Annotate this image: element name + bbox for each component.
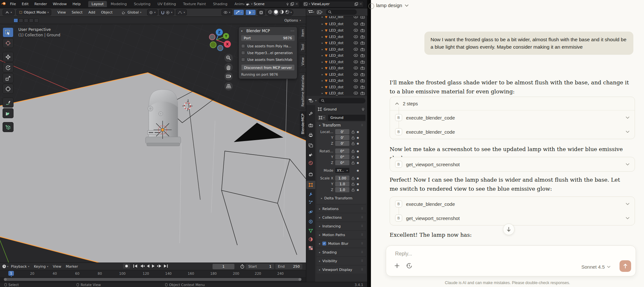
outliner-row[interactable]: ▸▼LED_dot xyxy=(306,27,367,33)
shading-solid-button[interactable] xyxy=(273,9,279,15)
menu-select[interactable]: Select xyxy=(69,10,85,14)
lock-icon[interactable] xyxy=(351,130,355,134)
animate-dot[interactable]: ● xyxy=(357,130,359,133)
workspace-tab-texture-paint[interactable]: Texture Paint xyxy=(180,1,209,7)
tab-tool-icon[interactable] xyxy=(306,110,315,118)
outliner-row[interactable]: ▸▼LED_dot xyxy=(306,52,367,59)
tab-collection-icon[interactable] xyxy=(306,170,315,178)
scene-selector[interactable]: ▾ Scene ✕ xyxy=(244,1,300,7)
timeline-ruler[interactable]: 20 40 60 80 100 120 140 160 180 200 220 … xyxy=(0,270,306,277)
chevron-down-icon[interactable] xyxy=(626,163,630,166)
tool-call-row[interactable]: B execute_blender_code xyxy=(390,197,635,211)
tab-scene-icon[interactable] xyxy=(306,150,315,158)
panel-grip-icon[interactable]: ⠿ xyxy=(361,124,364,127)
panel-motion-paths[interactable]: ▸Motion Paths⠿ xyxy=(317,231,366,239)
display-mode-icon[interactable] xyxy=(317,10,321,14)
tab-item[interactable]: Item xyxy=(300,26,306,39)
zoom-tool-icon[interactable] xyxy=(224,54,233,62)
mcp-checkbox-hyper3d[interactable]: Use Hyper3...el generation xyxy=(241,49,295,56)
menu-object[interactable]: Object xyxy=(98,10,116,14)
copy-icon[interactable] xyxy=(355,2,358,6)
select-mode-tweak[interactable] xyxy=(14,18,18,23)
lock-icon[interactable] xyxy=(351,188,355,192)
tab-material-icon[interactable] xyxy=(306,235,315,244)
viewport-3d[interactable]: Z Y X User Perspective (1) Collection | … xyxy=(0,24,306,263)
shading-rendered-button[interactable] xyxy=(285,10,289,15)
id-type-button[interactable]: ▾ xyxy=(317,115,326,121)
select-mode-extend[interactable] xyxy=(34,18,39,23)
reply-input[interactable]: Reply... xyxy=(395,251,412,257)
outliner-row[interactable]: ▸▼LED_dot xyxy=(306,40,367,46)
menu-add[interactable]: Add xyxy=(85,10,98,14)
checkbox-icon[interactable] xyxy=(241,58,245,62)
copy-icon[interactable] xyxy=(290,2,294,6)
menu-edit[interactable]: Edit xyxy=(19,2,31,6)
panel-viewport-display[interactable]: ▸Viewport Display⠿ xyxy=(317,266,366,273)
animate-dot[interactable]: ● xyxy=(357,177,359,180)
animate-dot[interactable]: ● xyxy=(357,188,359,191)
reply-composer[interactable]: Reply... Sonnet 4.5 xyxy=(386,245,636,276)
mode-dropdown[interactable]: Object Mode▾ xyxy=(16,9,51,15)
stopwatch-icon[interactable] xyxy=(240,264,244,269)
tab-blendermcp[interactable]: BlenderMCP xyxy=(300,111,306,137)
view-menu[interactable]: View xyxy=(51,264,63,269)
delta-transform-header[interactable]: ▸Delta Transform xyxy=(317,195,366,202)
tab-constraints-icon[interactable] xyxy=(306,217,315,226)
scale-y-field[interactable]: 1.0 xyxy=(335,181,349,187)
current-frame-field[interactable]: 1 xyxy=(213,264,234,269)
animate-dot[interactable]: ● xyxy=(357,156,359,158)
tool-move[interactable] xyxy=(3,52,14,62)
collapse-caret-icon[interactable]: ▾ xyxy=(241,30,242,33)
show-gizmo-button[interactable]: ▾ xyxy=(222,9,232,15)
panel-motion-blur[interactable]: ▸✓Motion Blur⠿ xyxy=(317,240,366,247)
properties-search-input[interactable] xyxy=(318,98,365,103)
workspace-tab-uv-editing[interactable]: UV Editing xyxy=(154,1,179,7)
gizmo-minus-y[interactable] xyxy=(210,42,216,48)
transform-header[interactable]: Transform xyxy=(322,123,341,128)
options-dropdown[interactable]: Options▾ xyxy=(284,18,301,23)
close-icon[interactable]: ✕ xyxy=(359,2,362,6)
menu-view[interactable]: View xyxy=(54,10,69,14)
tab-world-icon[interactable] xyxy=(306,159,315,167)
xray-toggle[interactable]: ▾ xyxy=(245,9,256,15)
mcp-checkbox-polyhaven[interactable]: Use assets from Poly Ha... xyxy=(241,43,295,49)
viewlayer-selector[interactable]: ▾ ViewLayer ✕ xyxy=(302,1,364,7)
tab-realtime-materials[interactable]: Realtime Materials xyxy=(300,72,306,109)
checkbox-icon[interactable] xyxy=(241,44,245,48)
conversation-title[interactable]: lamp design xyxy=(376,3,409,8)
rotation-y-field[interactable]: 0° xyxy=(335,154,349,159)
tool-rotate[interactable] xyxy=(3,62,14,72)
animate-dot[interactable]: ● xyxy=(357,169,359,172)
tab-render-icon[interactable] xyxy=(306,121,315,129)
playback-menu[interactable]: Playback▾ xyxy=(9,264,31,269)
timeline-editor-icon[interactable] xyxy=(2,264,6,269)
perspective-grid-icon[interactable] xyxy=(224,82,233,91)
animate-dot[interactable]: ● xyxy=(357,183,359,186)
location-x-field[interactable]: 0' xyxy=(335,129,349,134)
menu-window[interactable]: Window xyxy=(50,2,70,6)
scale-x-field[interactable]: 1.00 xyxy=(335,176,349,181)
chevron-down-icon[interactable] xyxy=(626,130,630,133)
select-mode-box[interactable] xyxy=(19,18,23,23)
overlays-toggle[interactable]: ▾ xyxy=(233,9,244,15)
tab-particles-icon[interactable] xyxy=(306,198,315,206)
select-mode-circle[interactable] xyxy=(24,18,28,23)
gizmo-minus-z[interactable] xyxy=(218,45,223,51)
animate-dot[interactable]: ● xyxy=(357,161,359,164)
tab-view[interactable]: View xyxy=(300,55,306,68)
snap-target-button[interactable]: ▾ xyxy=(147,9,157,15)
object-name-field[interactable]: Ground xyxy=(328,115,365,121)
disable-render-camera-icon[interactable] xyxy=(360,16,365,19)
history-button[interactable] xyxy=(406,263,412,270)
record-button[interactable] xyxy=(123,263,130,270)
panel-visibility[interactable]: ▸Visibility⠿ xyxy=(317,257,366,265)
tab-object-icon[interactable] xyxy=(306,181,315,189)
menu-file[interactable]: File xyxy=(7,2,19,6)
tool-call-row[interactable]: B execute_blender_code xyxy=(390,110,635,125)
tool-call-row[interactable]: B get_viewport_screenshot xyxy=(390,211,635,225)
scrollbar-handle-right[interactable] xyxy=(298,278,301,281)
end-frame-field[interactable]: End250 xyxy=(275,264,302,269)
lock-icon[interactable] xyxy=(351,155,355,159)
panel-relations[interactable]: ▸Relations⠿ xyxy=(317,205,366,213)
tab-physics-icon[interactable] xyxy=(306,208,315,216)
